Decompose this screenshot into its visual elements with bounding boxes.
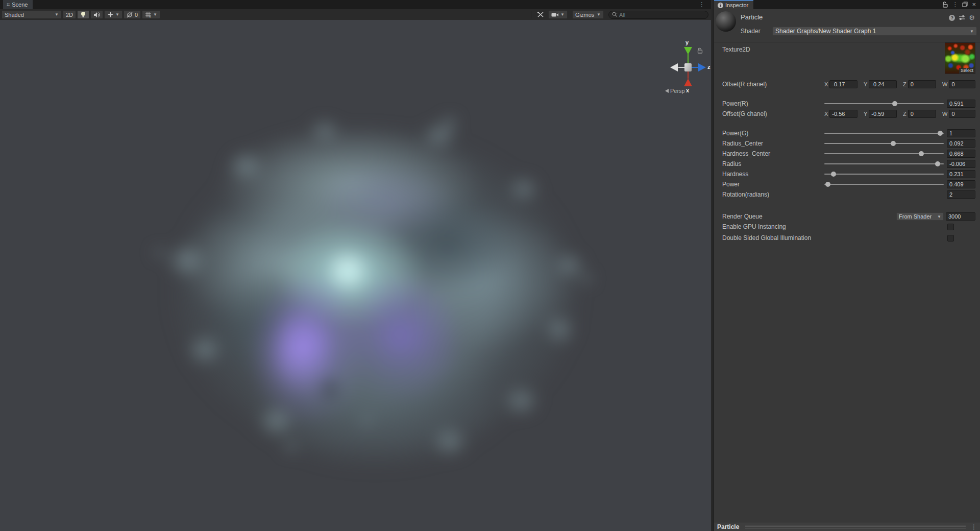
unlocked-padlock-icon[interactable] <box>697 47 703 54</box>
offset-g-x-field[interactable] <box>829 110 857 118</box>
lighting-toggle-button[interactable] <box>77 10 89 19</box>
scene-visibility-button[interactable]: 0 <box>124 10 141 19</box>
svg-text:Y: Y <box>149 15 151 18</box>
tools-overlay-button[interactable] <box>534 10 547 19</box>
scene-menu-kebab-icon[interactable]: ⋮ <box>699 2 705 8</box>
radius-slider[interactable] <box>824 159 944 168</box>
grid-visibility-dropdown[interactable]: Y ▼ <box>142 10 160 19</box>
material-title: Particle <box>741 13 763 21</box>
draw-mode-dropdown[interactable]: Shaded ▼ <box>2 10 62 19</box>
gizmo-center-cube[interactable] <box>684 63 692 71</box>
wrench-screwdriver-icon <box>537 11 544 18</box>
material-properties: Texture2D Select Offset(R chanel) X Y Z … <box>722 44 975 245</box>
offset-r-z-field[interactable] <box>908 80 936 88</box>
material-preview-header[interactable]: Particle ⋮ <box>714 522 980 531</box>
axis-z-label: z <box>707 64 710 70</box>
axis-x-cone[interactable] <box>684 79 692 86</box>
scene-viewport[interactable]: y x z Persp <box>0 20 711 531</box>
axis-y-cone[interactable] <box>684 47 692 55</box>
lightbulb-icon <box>80 11 86 18</box>
shader-dropdown-value: Shader Graphs/New Shader Graph 1 <box>775 28 876 35</box>
scene-search-field[interactable] <box>608 11 708 19</box>
shader-dropdown[interactable]: Shader Graphs/New Shader Graph 1 ▼ <box>772 27 977 36</box>
gear-icon[interactable]: ⚙ <box>969 14 975 21</box>
inspector-panel: i Inspector ⋮ × Particle ? <box>713 0 980 531</box>
persp-cone-icon <box>665 89 669 93</box>
hardness-value-field[interactable] <box>947 170 975 178</box>
power-g-value-field[interactable] <box>947 129 975 137</box>
axis-neg-z-cone[interactable] <box>670 63 678 71</box>
axis-w-field-label: W <box>942 81 947 87</box>
render-queue-row: Render Queue From Shader ▼ <box>722 212 975 221</box>
slider-row-power-r: Power(R) <box>722 99 975 108</box>
scene-tab-icon: ⌗ <box>7 2 10 8</box>
axis-y-field-label: Y <box>864 81 867 87</box>
power-r-value-field[interactable] <box>947 100 975 108</box>
radius-value-field[interactable] <box>947 160 975 168</box>
projection-indicator[interactable]: Persp <box>665 88 685 94</box>
texture-select-button[interactable]: Select <box>959 68 975 74</box>
hardness-center-value-field[interactable] <box>947 150 975 158</box>
unlocked-padlock-icon[interactable] <box>943 2 948 8</box>
close-icon[interactable]: × <box>972 1 976 8</box>
render-queue-dropdown[interactable]: From Shader ▼ <box>896 212 944 221</box>
axis-x-label: x <box>686 87 689 93</box>
audio-toggle-button[interactable] <box>90 10 103 19</box>
chevron-down-icon: ▼ <box>970 29 974 34</box>
texture2d-thumbnail[interactable]: Select <box>945 42 975 74</box>
scene-tabstrip: ⌗ Scene ⋮ <box>0 0 711 9</box>
shader-label: Shader <box>741 28 772 35</box>
offset-g-w-field[interactable] <box>949 110 975 118</box>
material-header: Particle ? ⚙ Shader Shader Graphs/New Sh… <box>714 9 980 42</box>
inspector-window-buttons: ⋮ × <box>943 1 976 8</box>
camera-settings-dropdown[interactable]: ▼ <box>548 10 568 19</box>
preview-title: Particle <box>717 523 739 530</box>
preview-menu-kebab-icon[interactable]: ⋮ <box>971 524 977 530</box>
preview-drag-handle[interactable] <box>745 525 966 528</box>
offset-r-w-field[interactable] <box>949 80 975 88</box>
axis-y-line <box>688 54 689 63</box>
double-sided-gi-row: Double Sided Global Illumination <box>722 233 975 243</box>
texture2d-label: Texture2D <box>722 44 824 53</box>
slider-row-power-g: Power(G) <box>722 129 975 138</box>
maximize-window-icon[interactable] <box>962 2 968 7</box>
effects-dropdown-button[interactable]: ▼ <box>104 10 122 19</box>
axis-z-line <box>692 67 699 68</box>
grid-icon: Y <box>145 12 152 18</box>
texture2d-row: Texture2D Select <box>722 44 975 80</box>
axis-z-field-label: Z <box>903 81 906 87</box>
power-g-slider[interactable] <box>824 129 944 138</box>
chevron-down-icon: ▼ <box>597 12 601 17</box>
axis-z-cone[interactable] <box>698 63 706 71</box>
inspector-menu-kebab-icon[interactable]: ⋮ <box>952 2 958 8</box>
offset-r-y-field[interactable] <box>869 80 897 88</box>
scene-toolbar-right: ▼ Gizmos ▼ <box>529 10 708 19</box>
vector-row-offset-g: Offset(G chanel) X Y Z W <box>722 109 975 118</box>
gizmos-dropdown[interactable]: Gizmos ▼ <box>572 10 604 19</box>
render-queue-value-field[interactable] <box>946 212 975 221</box>
gpu-instancing-checkbox[interactable] <box>947 224 954 230</box>
offset-r-x-field[interactable] <box>829 80 857 88</box>
power-slider[interactable] <box>824 180 944 189</box>
material-preview-sphere <box>716 11 736 32</box>
offset-g-y-field[interactable] <box>869 110 897 118</box>
effects-sparkle-icon <box>107 12 114 18</box>
radius-center-slider[interactable] <box>824 139 944 148</box>
hardness-center-slider[interactable] <box>824 149 944 158</box>
slider-row-radius-center: Radius_Center <box>722 139 975 148</box>
help-icon[interactable]: ? <box>949 15 955 21</box>
offset-g-z-field[interactable] <box>908 110 936 118</box>
double-sided-gi-checkbox[interactable] <box>947 235 954 242</box>
hidden-count: 0 <box>135 12 138 18</box>
power-r-slider[interactable] <box>824 99 944 108</box>
hardness-slider[interactable] <box>824 170 944 179</box>
speaker-icon <box>93 12 100 18</box>
tab-inspector[interactable]: i Inspector <box>714 0 753 9</box>
rotation-value-field[interactable] <box>947 190 975 199</box>
tab-scene[interactable]: ⌗ Scene <box>3 0 33 9</box>
radius-center-value-field[interactable] <box>947 139 975 148</box>
2d-toggle-button[interactable]: 2D <box>63 10 76 19</box>
power-value-field[interactable] <box>947 180 975 188</box>
scene-search-input[interactable] <box>619 12 705 18</box>
presets-icon[interactable] <box>959 15 965 20</box>
